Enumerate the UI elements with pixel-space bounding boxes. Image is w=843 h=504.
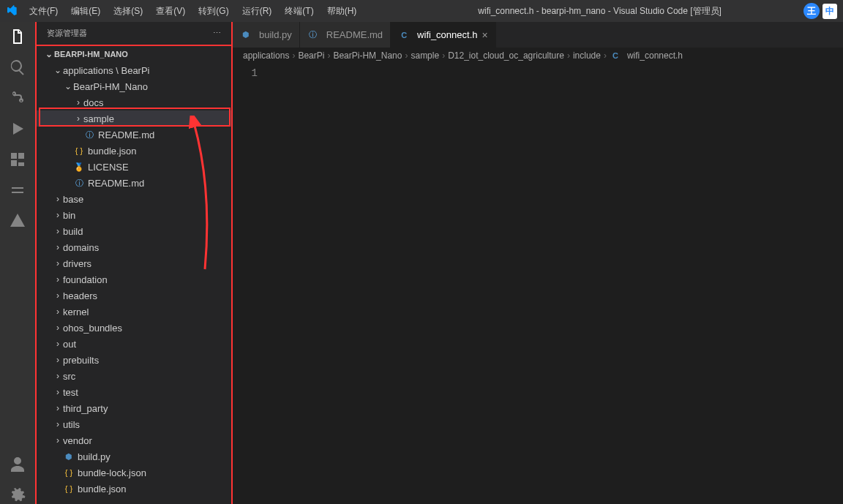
tree-file[interactable]: ⓘREADME.md (37, 175, 231, 191)
breadcrumbs[interactable]: applications›BearPi›BearPi-HM_Nano›sampl… (233, 48, 843, 64)
chevron-right-icon: › (53, 210, 63, 220)
tree-folder[interactable]: ›docs (37, 94, 231, 110)
accounts-icon[interactable] (9, 456, 26, 473)
chevron-right-icon: › (53, 387, 63, 397)
minimap[interactable] (828, 67, 843, 504)
tree-folder[interactable]: ›base (37, 191, 231, 207)
tree-item-label: prebuilts (63, 355, 99, 366)
tree-item-label: domains (63, 242, 99, 253)
menu-item[interactable]: 运行(R) (236, 2, 278, 20)
tree-file[interactable]: { }bundle-lock.json (37, 464, 231, 481)
chevron-down-icon: ⌄ (44, 49, 54, 59)
chevron-right-icon: › (53, 419, 63, 429)
tree-file[interactable]: 🏅LICENSE (37, 159, 231, 175)
menu-item[interactable]: 帮助(H) (321, 2, 363, 20)
tree-folder[interactable]: ›foundation (37, 271, 231, 287)
tab-label: wifi_connect.h (417, 29, 477, 40)
project-root[interactable]: ⌄ BEARPI-HM_NANO (37, 45, 231, 62)
editor-tab[interactable]: ⬢build.py (233, 22, 300, 48)
tree-item-label: docs (83, 97, 103, 108)
menu-item[interactable]: 编辑(E) (65, 2, 106, 20)
tree-item-label: sample (83, 113, 114, 124)
more-actions-icon[interactable]: ⋯ (213, 29, 221, 38)
tree-folder[interactable]: ›src (37, 368, 231, 384)
chevron-right-icon: › (53, 194, 63, 204)
tree-item-label: bin (63, 210, 75, 221)
tree-folder[interactable]: ›prebuilts (37, 352, 231, 368)
tree-folder[interactable]: ›kernel (37, 304, 231, 320)
tree-file[interactable]: ⬢build.py (37, 448, 231, 464)
tree-item-label: README.md (98, 129, 154, 140)
tab-label: build.py (259, 29, 292, 40)
breadcrumb-segment[interactable]: BearPi-HM_Nano (333, 50, 402, 61)
chevron-right-icon: › (53, 339, 63, 349)
close-icon[interactable]: × (482, 29, 488, 41)
breadcrumb-segment[interactable]: applications (243, 50, 289, 61)
ime-mode: 中 (823, 4, 837, 19)
tree-folder[interactable]: ›third_party (37, 400, 231, 416)
chevron-right-icon: › (73, 97, 83, 108)
menu-item[interactable]: 查看(V) (150, 2, 191, 20)
chevron-right-icon: › (53, 355, 63, 365)
tree-folder[interactable]: ›vendor (37, 432, 231, 448)
drive-icon[interactable] (9, 212, 26, 230)
sidebar-title: 资源管理器 (47, 28, 87, 39)
tree-item-label: LICENSE (88, 162, 129, 173)
tree-folder[interactable]: ›build (37, 223, 231, 239)
window-title: wifi_connect.h - bearpi-hm_nano - Visual… (362, 5, 837, 18)
menu-item[interactable]: 终端(T) (279, 2, 319, 20)
breadcrumb-segment[interactable]: sample (411, 50, 439, 61)
extensions-icon[interactable] (9, 151, 26, 168)
tree-item-label: bundle.json (78, 484, 127, 494)
breadcrumb-segment[interactable]: BearPi (298, 50, 324, 61)
chevron-down-icon: ⌄ (63, 81, 73, 91)
tree-folder[interactable]: ⌄applications \ BearPi (37, 62, 231, 78)
tree-item-label: kernel (63, 306, 89, 317)
tree-folder[interactable]: ›headers (37, 287, 231, 304)
editor-tab[interactable]: ⓘREADME.md (300, 22, 391, 48)
tree-item-label: build (63, 226, 83, 237)
code-editor[interactable]: 1 (233, 64, 843, 504)
c-file-icon: C (610, 50, 621, 61)
tree-file[interactable]: { }bundle.json (37, 143, 231, 159)
tree-folder[interactable]: ›test (37, 384, 231, 400)
tree-folder[interactable]: ›sample (37, 110, 231, 127)
tree-folder[interactable]: ⌄BearPi-HM_Nano (37, 78, 231, 94)
tree-item-label: BearPi-HM_Nano (73, 81, 148, 92)
title-bar: 文件(F)编辑(E)选择(S)查看(V)转到(G)运行(R)终端(T)帮助(H)… (0, 0, 843, 22)
breadcrumb-segment[interactable]: include (573, 50, 601, 61)
breadcrumb-segment[interactable]: wifi_connect.h (627, 50, 683, 61)
tree-item-label: foundation (63, 274, 108, 285)
tree-file[interactable]: ⓘREADME.md (37, 127, 231, 143)
editor-tab[interactable]: Cwifi_connect.h× (391, 22, 496, 48)
tree-folder[interactable]: ›bin (37, 207, 231, 223)
remote-icon[interactable] (9, 181, 26, 199)
sidebar-header: 资源管理器 ⋯ (37, 22, 231, 45)
tree-file[interactable]: { }bundle.json (37, 481, 231, 497)
tree-folder[interactable]: ›out (37, 336, 231, 352)
chevron-right-icon: › (53, 242, 63, 252)
tree-item-label: applications \ BearPi (63, 65, 150, 76)
tree-folder[interactable]: ›drivers (37, 255, 231, 271)
tree-folder[interactable]: ›domains (37, 239, 231, 255)
tree-folder[interactable]: ›utils (37, 416, 231, 432)
source-control-icon[interactable] (9, 89, 26, 107)
explorer-icon[interactable] (9, 28, 26, 45)
breadcrumb-segment[interactable]: D12_iot_cloud_oc_agriculture (448, 50, 564, 61)
chevron-right-icon: › (53, 371, 63, 381)
settings-gear-icon[interactable] (9, 486, 26, 504)
menu-item[interactable]: 选择(S) (108, 2, 149, 20)
chevron-right-icon: › (73, 113, 83, 124)
tree-folder[interactable]: ›ohos_bundles (37, 320, 231, 336)
source-code[interactable] (268, 67, 828, 504)
search-icon[interactable] (9, 59, 26, 76)
menu-item[interactable]: 文件(F) (23, 2, 64, 20)
ime-badge-icon: 王 (803, 3, 820, 19)
editor-area: ⬢build.pyⓘREADME.mdCwifi_connect.h× appl… (233, 22, 843, 504)
menu-item[interactable]: 转到(G) (192, 2, 234, 20)
tree-item-label: out (63, 339, 76, 350)
chevron-right-icon: › (53, 323, 63, 333)
vscode-logo-icon (6, 5, 18, 17)
ime-indicator: 王 中 (803, 3, 837, 19)
run-debug-icon[interactable] (9, 120, 26, 138)
